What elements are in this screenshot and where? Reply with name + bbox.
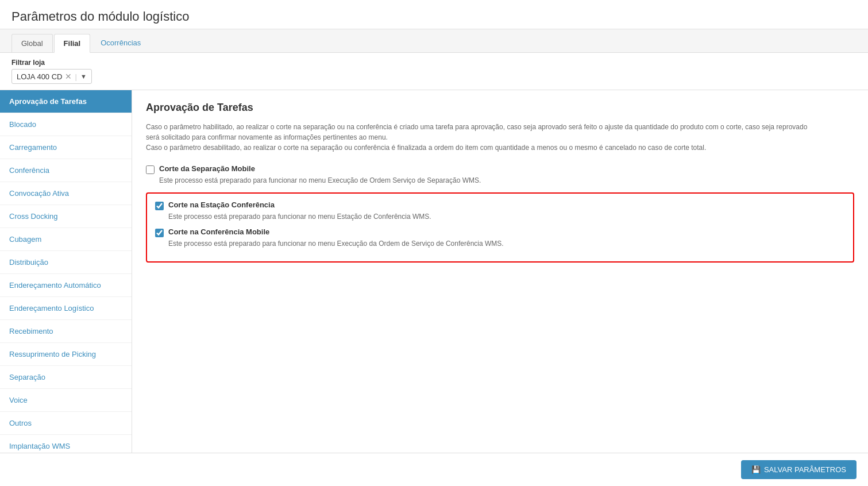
save-bar: 💾 SALVAR PARÂMETROS <box>0 453 868 484</box>
option-desc-corte-estacao-conferencia: Este processo está preparado para funcio… <box>168 213 845 221</box>
checkbox-corte-conferencia-mobile[interactable] <box>155 229 164 237</box>
sidebar-item-cross-docking[interactable]: Cross Docking <box>0 205 132 228</box>
sidebar-item-recebimento[interactable]: Recebimento <box>0 320 132 343</box>
sidebar-item-outros[interactable]: Outros <box>0 412 132 435</box>
save-icon: 💾 <box>751 465 761 474</box>
section-title: Aprovação de Tarefas <box>146 102 854 114</box>
sidebar-item-aprovacao-tarefas[interactable]: Aprovação de Tarefas <box>0 90 132 113</box>
option-desc-corte-conferencia-mobile: Este processo está preparado para funcio… <box>168 240 845 248</box>
option-corte-separacao-mobile: Corte da Separação Mobile Este processo … <box>146 164 854 184</box>
filter-divider: | <box>75 72 77 81</box>
tab-ocorrencias[interactable]: Ocorrências <box>91 34 150 52</box>
option-corte-conferencia-mobile: Corte na Conferência Mobile Este process… <box>155 227 845 248</box>
desc-line2: será solicitado para confirmar novamente… <box>146 133 388 141</box>
sidebar-item-voice[interactable]: Voice <box>0 389 132 412</box>
checkbox-corte-estacao-conferencia[interactable] <box>155 202 164 210</box>
sidebar-item-convocacao-ativa[interactable]: Convocação Ativa <box>0 182 132 205</box>
content-layout: Aprovação de TarefasBlocadoCarregamentoC… <box>0 90 868 484</box>
sidebar-item-cubagem[interactable]: Cubagem <box>0 228 132 251</box>
filter-arrow-icon[interactable]: ▼ <box>80 73 87 80</box>
desc-line3: Caso o parâmetro desabilitado, ao realiz… <box>146 144 706 152</box>
main-content: Aprovação de Tarefas Caso o parâmetro ha… <box>132 90 868 484</box>
option-label-corte-separacao-mobile[interactable]: Corte da Separação Mobile <box>159 164 255 173</box>
tab-global[interactable]: Global <box>11 34 53 52</box>
highlight-box: Corte na Estação Conferência Este proces… <box>146 192 854 263</box>
filter-value: LOJA 400 CD <box>17 72 63 81</box>
filter-select[interactable]: LOJA 400 CD ✕ | ▼ <box>11 69 92 84</box>
checkbox-corte-separacao-mobile[interactable] <box>146 165 155 174</box>
description-text: Caso o parâmetro habilitado, ao realizar… <box>146 122 854 153</box>
filter-label: Filtrar loja <box>11 59 857 67</box>
sidebar-item-conferencia[interactable]: Conferência <box>0 159 132 182</box>
sidebar: Aprovação de TarefasBlocadoCarregamentoC… <box>0 90 132 484</box>
sidebar-item-distribuicao[interactable]: Distribuição <box>0 251 132 274</box>
option-desc-corte-separacao-mobile: Este processo está preparado para funcio… <box>159 176 854 184</box>
tab-filial[interactable]: Filial <box>54 34 91 53</box>
page-title: Parâmetros do módulo logístico <box>11 9 857 24</box>
page-header: Parâmetros do módulo logístico <box>0 0 868 29</box>
option-label-corte-estacao-conferencia[interactable]: Corte na Estação Conferência <box>168 200 275 209</box>
filter-section: Filtrar loja LOJA 400 CD ✕ | ▼ <box>0 53 868 90</box>
sidebar-item-enderecamento-logistico[interactable]: Endereçamento Logístico <box>0 297 132 320</box>
sidebar-item-carregamento[interactable]: Carregamento <box>0 136 132 159</box>
save-button[interactable]: 💾 SALVAR PARÂMETROS <box>741 460 857 479</box>
filter-clear-icon[interactable]: ✕ <box>65 72 72 81</box>
tabs-bar: Global Filial Ocorrências <box>0 29 868 53</box>
sidebar-item-separacao[interactable]: Separação <box>0 366 132 389</box>
sidebar-item-ressuprimento-picking[interactable]: Ressuprimento de Picking <box>0 343 132 366</box>
option-label-corte-conferencia-mobile[interactable]: Corte na Conferência Mobile <box>168 227 269 236</box>
desc-line1: Caso o parâmetro habilitado, ao realizar… <box>146 123 807 131</box>
sidebar-item-enderecamento-automatico[interactable]: Endereçamento Automático <box>0 274 132 297</box>
save-label: SALVAR PARÂMETROS <box>764 465 846 474</box>
option-corte-estacao-conferencia: Corte na Estação Conferência Este proces… <box>155 200 845 221</box>
sidebar-item-blocado[interactable]: Blocado <box>0 113 132 136</box>
